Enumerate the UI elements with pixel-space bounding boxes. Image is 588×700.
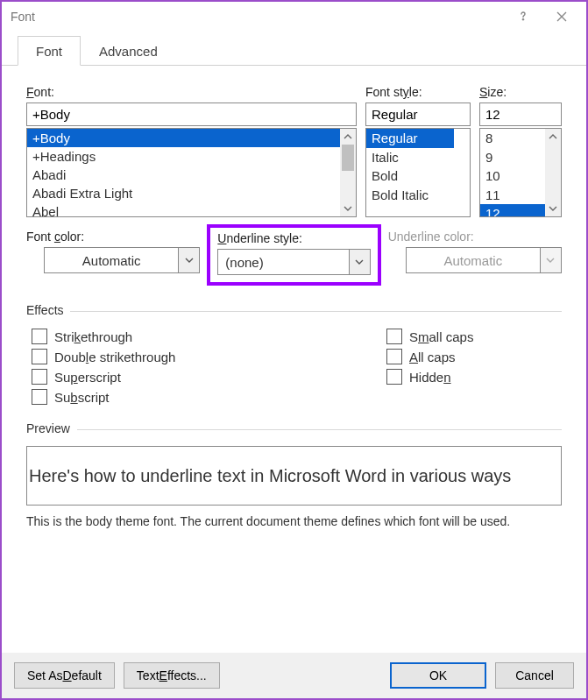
scroll-thumb[interactable] bbox=[342, 145, 354, 171]
dialog-content: Font: +Body +Headings Abadi Abadi Extra … bbox=[2, 66, 586, 653]
size-list-item[interactable]: 10 bbox=[480, 166, 545, 186]
scroll-up-icon[interactable] bbox=[340, 129, 356, 145]
scroll-up-icon[interactable] bbox=[545, 129, 561, 145]
all-caps-checkbox[interactable]: All caps bbox=[386, 349, 562, 364]
underline-color-label: Underline color: bbox=[388, 230, 562, 244]
font-list-item[interactable]: +Headings bbox=[27, 147, 340, 166]
size-list-item[interactable]: 9 bbox=[480, 148, 545, 167]
font-color-label: Font color: bbox=[26, 230, 200, 244]
preview-description: This is the body theme font. The current… bbox=[26, 514, 562, 528]
preview-group-label: Preview bbox=[26, 421, 562, 435]
font-label: Font: bbox=[26, 85, 357, 99]
dialog-buttons: Set As Default Text Effects... OK Cancel bbox=[2, 653, 586, 698]
underline-color-combo: Automatic bbox=[406, 247, 562, 273]
size-list-item[interactable]: 12 bbox=[480, 204, 545, 216]
font-list-scrollbar[interactable] bbox=[340, 129, 356, 216]
font-list-item[interactable]: Abadi Extra Light bbox=[27, 184, 340, 202]
style-list-item[interactable]: Regular bbox=[366, 129, 454, 148]
svg-point-0 bbox=[522, 18, 524, 20]
font-list-item[interactable]: +Body bbox=[27, 129, 340, 147]
underline-style-label: Underline style: bbox=[217, 231, 370, 245]
superscript-checkbox[interactable]: Superscript bbox=[32, 369, 386, 385]
help-button[interactable] bbox=[504, 4, 542, 30]
font-style-label: Font style: bbox=[365, 85, 471, 99]
text-effects-button[interactable]: Text Effects... bbox=[124, 662, 220, 689]
strikethrough-checkbox[interactable]: Strikethrough bbox=[32, 329, 386, 344]
font-list-item[interactable]: Abel bbox=[27, 202, 340, 216]
preview-box: Here's how to underline text in Microsof… bbox=[26, 446, 562, 506]
chevron-down-icon bbox=[540, 248, 561, 272]
chevron-down-icon[interactable] bbox=[178, 248, 199, 272]
scroll-down-icon[interactable] bbox=[545, 201, 561, 216]
titlebar: Font bbox=[2, 2, 586, 32]
font-style-input[interactable] bbox=[365, 103, 471, 126]
preview-sample-text: Here's how to underline text in Microsof… bbox=[29, 466, 511, 486]
font-listbox[interactable]: +Body +Headings Abadi Abadi Extra Light … bbox=[26, 128, 357, 217]
font-list-item[interactable]: Abadi bbox=[27, 166, 340, 184]
style-list-item[interactable]: Bold bbox=[366, 166, 454, 186]
font-dialog: Font Font Advanced Font: +Body +Headings… bbox=[0, 0, 588, 700]
size-list-item[interactable]: 11 bbox=[480, 186, 545, 205]
size-label: Size: bbox=[479, 85, 562, 99]
size-list-scrollbar[interactable] bbox=[545, 129, 561, 216]
style-list-item[interactable]: Italic bbox=[366, 148, 454, 167]
underline-style-highlight: Underline style: (none) bbox=[207, 224, 380, 286]
size-list-item[interactable]: 8 bbox=[480, 129, 545, 148]
font-style-listbox[interactable]: Regular Italic Bold Bold Italic bbox=[365, 128, 471, 217]
font-input[interactable] bbox=[26, 103, 357, 126]
effects-group-label: Effects bbox=[26, 303, 562, 317]
cancel-button[interactable]: Cancel bbox=[495, 662, 574, 689]
double-strikethrough-checkbox[interactable]: Double strikethrough bbox=[32, 349, 386, 364]
small-caps-checkbox[interactable]: Small caps bbox=[386, 329, 562, 344]
scroll-down-icon[interactable] bbox=[340, 201, 356, 216]
tab-font[interactable]: Font bbox=[18, 36, 81, 66]
subscript-checkbox[interactable]: Subscript bbox=[32, 389, 386, 405]
chevron-down-icon[interactable] bbox=[349, 250, 370, 274]
ok-button[interactable]: OK bbox=[390, 662, 486, 689]
font-color-combo[interactable]: Automatic bbox=[44, 247, 200, 273]
tab-advanced[interactable]: Advanced bbox=[81, 36, 176, 66]
tabs: Font Advanced bbox=[2, 35, 586, 66]
style-list-item[interactable]: Bold Italic bbox=[366, 186, 454, 205]
size-listbox[interactable]: 8 9 10 11 12 bbox=[479, 128, 562, 217]
set-as-default-button[interactable]: Set As Default bbox=[14, 662, 115, 689]
size-input[interactable] bbox=[479, 103, 562, 126]
hidden-checkbox[interactable]: Hidden bbox=[386, 369, 562, 385]
close-button[interactable] bbox=[542, 4, 581, 30]
dialog-title: Font bbox=[11, 10, 504, 24]
underline-style-combo[interactable]: (none) bbox=[217, 249, 370, 275]
